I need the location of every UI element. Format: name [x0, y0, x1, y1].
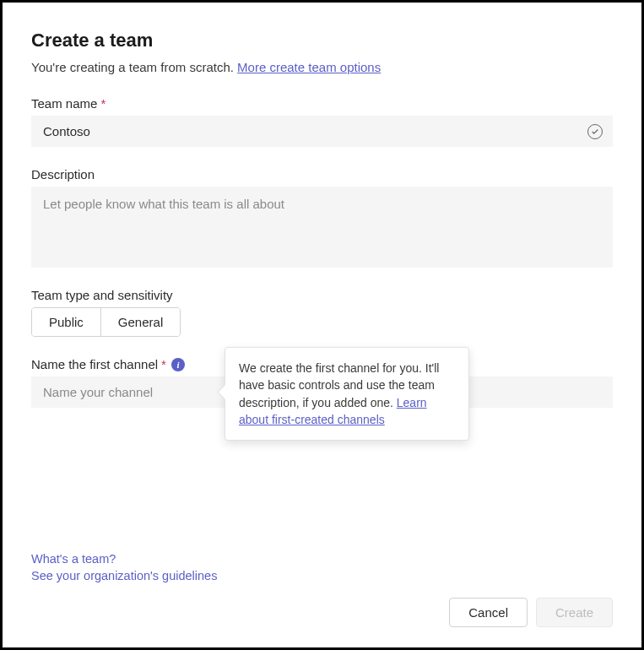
more-options-link[interactable]: More create team options: [237, 60, 381, 74]
dialog-subtitle: You're creating a team from scratch. Mor…: [31, 60, 613, 74]
team-type-public-button[interactable]: Public: [32, 308, 100, 336]
dialog-title: Create a team: [31, 30, 613, 51]
whats-a-team-link[interactable]: What's a team?: [31, 552, 613, 566]
required-asterisk: *: [100, 96, 106, 111]
team-type-label: Team type and sensitivity: [31, 288, 613, 302]
first-channel-label-text: Name the first channel: [31, 357, 158, 371]
required-asterisk: *: [161, 357, 166, 371]
create-button[interactable]: Create: [536, 598, 613, 627]
guidelines-link[interactable]: See your organization's guidelines: [31, 569, 613, 582]
cancel-button[interactable]: Cancel: [449, 598, 528, 627]
footer-links: What's a team? See your organization's g…: [31, 535, 613, 586]
team-name-label: Team name *: [31, 96, 613, 111]
team-name-label-text: Team name: [31, 96, 97, 111]
description-input[interactable]: [31, 187, 613, 268]
team-type-label-text: Team type and sensitivity: [31, 288, 173, 302]
team-name-input[interactable]: [31, 116, 613, 147]
check-circle-icon: [587, 124, 603, 139]
subtitle-text: You're creating a team from scratch.: [31, 60, 237, 74]
description-label-text: Description: [31, 167, 95, 181]
info-icon[interactable]: i: [171, 358, 185, 371]
team-type-general-button[interactable]: General: [100, 308, 180, 336]
dialog-buttons: Cancel Create: [31, 598, 613, 627]
description-label: Description: [31, 167, 613, 181]
first-channel-label: Name the first channel *: [31, 357, 166, 371]
team-type-selector: Public General: [31, 307, 181, 337]
first-channel-tooltip: We create the first channel for you. It'…: [225, 347, 469, 441]
